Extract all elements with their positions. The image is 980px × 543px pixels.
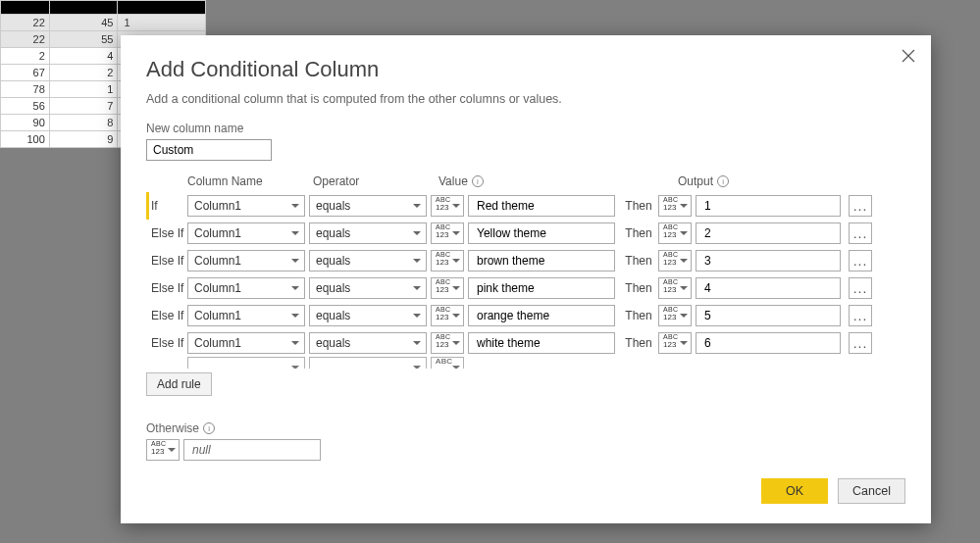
value-input[interactable] [468,277,615,299]
output-type-dropdown[interactable]: ABC123 [658,305,692,326]
column-dropdown[interactable]: Column1 [187,250,305,272]
clause-label: Else If [151,309,187,322]
rule-row: Else If Column1 equals ABC123 Then ABC12… [146,302,892,329]
output-input[interactable] [696,222,841,244]
value-type-dropdown[interactable]: ABC123 [431,195,464,217]
output-type-dropdown[interactable]: ABC123 [658,332,692,354]
clause-label: Else If [151,226,187,240]
then-label: Then [619,226,658,240]
output-type-dropdown[interactable]: ABC123 [658,250,692,272]
operator-dropdown[interactable]: equals [309,250,427,272]
ok-button[interactable]: OK [761,478,828,504]
output-input[interactable] [696,332,841,354]
column-dropdown[interactable]: Column1 [187,305,305,326]
scroll-down-icon[interactable]: ▼ [893,342,904,356]
value-input[interactable] [468,250,615,272]
operator-dropdown[interactable]: equals [309,195,427,217]
close-icon[interactable] [902,49,917,65]
column-dropdown[interactable]: Column1 [187,195,305,217]
rule-row-partial: ABC [146,357,905,369]
cancel-button[interactable]: Cancel [838,478,905,504]
value-type-dropdown[interactable]: ABC123 [431,222,464,244]
header-value: Value [438,174,468,188]
value-type-dropdown[interactable]: ABC [431,357,464,369]
operator-dropdown[interactable]: equals [309,222,427,244]
value-type-dropdown[interactable]: ABC123 [431,332,464,354]
output-input[interactable] [696,250,841,272]
value-type-dropdown[interactable]: ABC123 [431,277,464,299]
rule-row: Else If Column1 equals ABC123 Then ABC12… [146,220,892,247]
value-type-dropdown[interactable]: ABC123 [431,250,464,272]
header-output: Output [678,174,713,188]
conditional-column-dialog: Add Conditional Column Add a conditional… [121,35,931,523]
column-dropdown[interactable]: Column1 [187,332,305,354]
more-options-button[interactable]: ... [849,305,872,326]
output-input[interactable] [696,195,841,217]
rule-row: If Column1 equals ABC123 Then ABC123 ... [146,192,892,220]
add-rule-button[interactable]: Add rule [146,372,212,396]
value-input[interactable] [468,222,615,244]
output-type-dropdown[interactable]: ABC123 [658,195,692,217]
then-label: Then [619,309,658,322]
clause-label: Else If [151,281,187,295]
output-input[interactable] [696,305,841,326]
scrollbar-thumb[interactable] [894,262,903,285]
dialog-subtitle: Add a conditional column that is compute… [146,92,905,106]
value-input[interactable] [468,332,615,354]
then-label: Then [619,199,658,213]
info-icon[interactable]: i [472,175,484,187]
more-options-button[interactable]: ... [849,195,872,217]
rule-row: Else If Column1 equals ABC123 Then ABC12… [146,329,892,357]
value-type-dropdown[interactable]: ABC123 [431,305,464,326]
clause-label: If [151,199,187,213]
more-options-button[interactable]: ... [849,277,872,299]
rules-scrollbar[interactable]: ▲ ▼ [892,192,905,357]
then-label: Then [619,254,658,268]
then-label: Then [619,281,658,295]
info-icon[interactable]: i [717,175,729,187]
column-dropdown[interactable]: Column1 [187,277,305,299]
column-dropdown[interactable]: Column1 [187,222,305,244]
value-input[interactable] [468,305,615,326]
dialog-title: Add Conditional Column [146,57,905,82]
more-options-button[interactable]: ... [849,332,872,354]
column-name-label: New column name [146,122,905,135]
scroll-up-icon[interactable]: ▲ [893,193,904,207]
clause-label: Else If [151,336,187,350]
rule-row: Else If Column1 equals ABC123 Then ABC12… [146,247,892,274]
otherwise-type-dropdown[interactable]: ABC 123 [146,439,180,461]
operator-dropdown[interactable]: equals [309,305,427,326]
column-dropdown[interactable] [187,357,305,369]
operator-dropdown[interactable]: equals [309,277,427,299]
otherwise-label: Otherwise [146,421,199,435]
value-input[interactable] [468,195,615,217]
header-operator: Operator [313,174,438,188]
table-row[interactable]: 22451 [1,15,206,31]
operator-dropdown[interactable] [309,357,427,369]
otherwise-value-input[interactable] [183,439,321,461]
more-options-button[interactable]: ... [849,250,872,272]
info-icon[interactable]: i [203,422,215,434]
then-label: Then [619,336,658,350]
more-options-button[interactable]: ... [849,222,872,244]
output-type-dropdown[interactable]: ABC123 [658,277,692,299]
rule-column-headers: Column Name Operator Value i Output i [146,174,905,188]
output-type-dropdown[interactable]: ABC123 [658,222,692,244]
operator-dropdown[interactable]: equals [309,332,427,354]
column-name-input[interactable] [146,139,272,161]
rule-row: Else If Column1 equals ABC123 Then ABC12… [146,274,892,302]
clause-label: Else If [151,254,187,268]
output-input[interactable] [696,277,841,299]
header-column-name: Column Name [187,174,313,188]
